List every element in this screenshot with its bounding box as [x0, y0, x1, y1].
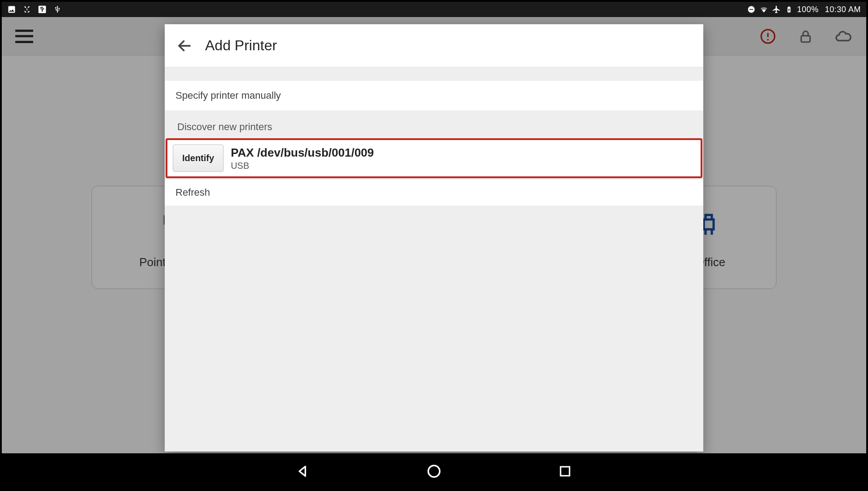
dialog-title: Add Printer [205, 37, 277, 54]
svg-rect-2 [750, 9, 753, 10]
image-icon [7, 5, 16, 14]
android-nav-bar [2, 453, 866, 489]
svg-rect-12 [561, 467, 570, 476]
refresh-row[interactable]: Refresh [165, 179, 703, 206]
printer-name: PAX /dev/bus/usb/001/009 [231, 146, 374, 160]
back-button[interactable] [175, 37, 193, 55]
nav-recents-button[interactable] [556, 462, 574, 481]
nav-home-button[interactable] [425, 462, 443, 481]
add-printer-dialog: Add Printer Specify printer manually Dis… [165, 24, 703, 452]
airplane-mode-icon [772, 5, 781, 14]
wifi-icon [759, 5, 768, 14]
discover-section-header: Discover new printers [165, 110, 703, 138]
usb-badge-icon [38, 5, 47, 14]
nav-back-button[interactable] [294, 462, 312, 481]
crossed-swords-icon [22, 5, 31, 14]
android-status-bar: 100% 10:30 AM [2, 2, 866, 17]
do-not-disturb-icon [747, 5, 756, 14]
printer-connection-type: USB [231, 161, 374, 171]
specify-manually-row[interactable]: Specify printer manually [165, 81, 703, 110]
battery-percent: 100% [797, 5, 819, 14]
usb-icon [53, 5, 62, 14]
identify-button[interactable]: Identify [173, 145, 224, 172]
dialog-header: Add Printer [165, 24, 703, 67]
clock-time: 10:30 AM [825, 5, 861, 14]
svg-point-11 [428, 465, 440, 477]
battery-charging-icon [785, 5, 793, 14]
discovered-printer-row[interactable]: Identify PAX /dev/bus/usb/001/009 USB [166, 138, 702, 178]
